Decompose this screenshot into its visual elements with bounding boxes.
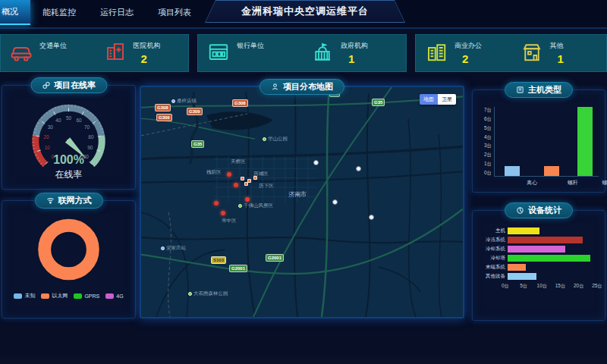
map-place-label: 历下区 (259, 183, 274, 190)
yaxis-tick: 6台 (484, 116, 492, 123)
poi-marker[interactable] (313, 160, 319, 165)
map-place-label: 华山公园 (263, 136, 288, 143)
nav-tab[interactable]: 运行日志 (88, 1, 146, 24)
stat-card: 银行单位政府机构1 (197, 34, 407, 72)
park-marker-icon (238, 204, 242, 208)
legend-label: 4G (116, 293, 123, 299)
project-marker[interactable] (221, 211, 225, 215)
device-stats-bar-冷却塔[interactable] (508, 255, 590, 262)
device-stats-bar-冷却系统[interactable] (508, 246, 565, 253)
stat-label: 政府机构 (341, 41, 368, 51)
legend-item-未知[interactable]: 未知 (14, 292, 35, 300)
svg-text:100%: 100% (53, 153, 84, 166)
svg-text:50: 50 (66, 115, 72, 121)
xaxis-tick: 0台 (502, 283, 509, 290)
project-cluster-marker[interactable] (253, 176, 257, 180)
yaxis-tick: 4台 (484, 134, 492, 141)
legend-item-4G[interactable]: 4G (105, 292, 123, 300)
legend-item-以太网[interactable]: 以太网 (41, 292, 68, 300)
legend-swatch (74, 293, 82, 299)
map-toggle-卫星[interactable]: 卫星 (438, 94, 456, 105)
stat-value: 2 (134, 52, 161, 65)
park-marker-icon (188, 292, 192, 296)
svg-text:60: 60 (76, 118, 82, 123)
place-name: 历下区 (259, 183, 274, 190)
map-pin-icon (271, 83, 279, 91)
yaxis-tick: 2台 (484, 152, 492, 158)
panel-project-map: 项目分布地图 (140, 86, 464, 318)
panel-host-header: 主机类型 (505, 82, 573, 98)
device-stats-bar-主机[interactable] (508, 228, 539, 234)
map-place-label: 千佛山风景区 (238, 202, 273, 209)
online-rate-gauge: 0102030405060708090100100%在线率 (2, 96, 135, 187)
panel-online-rate-title: 项目在线率 (54, 80, 96, 91)
legend-swatch (41, 293, 49, 299)
map-layer-toggle: 地图卫星 (420, 94, 456, 105)
map-place-label: 市中区 (222, 218, 237, 224)
legend-item-GPRS[interactable]: GPRS (74, 292, 99, 300)
road-badge-G35: G35 (191, 140, 204, 148)
stat-card: 商业办公2其他1 (415, 34, 607, 72)
host-type-bar-离心[interactable] (505, 166, 520, 176)
stat-item-医院机构: 医院机构2 (95, 40, 189, 66)
device-stats-track (508, 246, 597, 253)
road-badge-G2001: G2001 (229, 265, 247, 272)
device-stats-bar-冷冻系统[interactable] (508, 237, 583, 243)
host-type-categories: 离心螺杆螺杆 (494, 178, 599, 187)
svg-text:在线率: 在线率 (55, 169, 83, 180)
nav-tab[interactable]: 概况 (0, 0, 30, 25)
nav-tab[interactable]: 能耗监控 (30, 1, 88, 24)
device-stats-bar-末端系统[interactable] (508, 264, 526, 271)
stat-texts: 交通单位 (39, 41, 67, 65)
road-badge-G309: G309 (156, 114, 172, 121)
poi-marker[interactable] (369, 215, 374, 220)
stat-texts: 其他1 (550, 41, 564, 65)
device-stats-track (508, 237, 597, 243)
svg-text:40: 40 (55, 118, 61, 123)
device-stats-row: 冷却系统 (477, 244, 597, 253)
nav-tab[interactable]: 项目列表 (146, 1, 203, 24)
place-name: 桑梓店镇 (177, 98, 197, 105)
stat-label: 交通单位 (39, 41, 67, 51)
project-cluster-marker[interactable] (241, 177, 244, 180)
poi-marker[interactable] (332, 199, 338, 205)
stat-label: 医院机构 (134, 41, 161, 51)
stat-value (237, 52, 264, 65)
project-marker[interactable] (234, 183, 238, 187)
stat-value: 1 (341, 52, 368, 65)
map-canvas[interactable]: G308G309G309G308G3G35G35G2001G2001S103桑梓… (141, 87, 463, 317)
place-name: 槐荫区 (206, 169, 222, 176)
host-type-bar-螺杆[interactable] (544, 166, 559, 176)
xaxis-tick: 25台 (592, 283, 602, 290)
host-type-plot (494, 107, 599, 177)
car-icon (10, 40, 33, 66)
panel-online-rate: 项目在线率 0102030405060708090100100%在线率 (2, 85, 136, 190)
xaxis-tick: 20台 (574, 283, 584, 290)
device-stats-label: 主机 (477, 228, 508, 234)
legend-label: GPRS (84, 293, 99, 299)
xaxis-category: 螺杆 (602, 179, 607, 187)
device-stats-label: 末端系统 (477, 264, 508, 271)
project-cluster-marker[interactable] (244, 182, 248, 186)
device-stats-row: 冷却塔 (477, 253, 597, 262)
project-marker[interactable] (227, 172, 231, 177)
hospital-icon (104, 40, 127, 66)
device-stats-label: 其他设备 (477, 273, 508, 280)
panel-host-title: 主机类型 (528, 84, 561, 96)
poi-marker[interactable] (356, 166, 361, 171)
place-name: 华山公园 (268, 136, 288, 143)
map-toggle-地图[interactable]: 地图 (420, 94, 438, 105)
panel-network-type: 联网方式 未知以太网GPRS4G (2, 200, 136, 318)
place-name: 党家庄站 (166, 245, 186, 252)
xaxis-category: 离心 (527, 179, 537, 187)
device-stats-bar-其他设备[interactable] (508, 273, 536, 280)
stat-label: 其他 (550, 41, 564, 51)
network-legend: 未知以太网GPRS4G (2, 292, 135, 300)
legend-swatch (105, 293, 114, 299)
project-marker[interactable] (245, 197, 250, 202)
stat-item-银行单位: 银行单位 (198, 40, 302, 66)
road-badge-S103: S103 (211, 256, 226, 264)
network-donut-chart (2, 213, 135, 286)
project-marker[interactable] (214, 201, 219, 206)
host-type-bar-螺杆[interactable] (577, 107, 593, 176)
